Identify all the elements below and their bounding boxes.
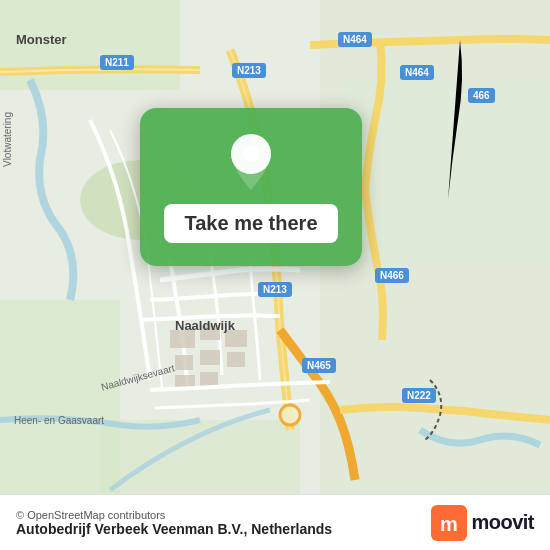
- svg-rect-14: [200, 372, 218, 386]
- svg-rect-12: [227, 352, 245, 367]
- road-label-n213a: N213: [232, 63, 266, 78]
- bottom-left-info: © OpenStreetMap contributors Autobedrijf…: [16, 509, 332, 537]
- svg-point-17: [243, 146, 259, 162]
- bottom-bar: © OpenStreetMap contributors Autobedrijf…: [0, 494, 550, 550]
- osm-credit: © OpenStreetMap contributors: [16, 509, 332, 521]
- road-label-n464a: N464: [338, 32, 372, 47]
- moovit-logo-icon: m: [431, 505, 467, 541]
- road-label-n464b: N464: [400, 65, 434, 80]
- road-label-n213b: N213: [258, 282, 292, 297]
- city-label-naaldwijk: Naaldwijk: [175, 318, 235, 333]
- location-pin-icon: [226, 132, 276, 192]
- road-label-n466b: N466: [375, 268, 409, 283]
- place-name: Autobedrijf Verbeek Veenman B.V., Nether…: [16, 521, 332, 537]
- road-label-n211: N211: [100, 55, 134, 70]
- svg-rect-11: [200, 350, 220, 365]
- svg-point-15: [280, 405, 300, 425]
- svg-rect-10: [175, 355, 193, 370]
- map-container: N211 N213 N213 N464 N464 466 N466 N465 N…: [0, 0, 550, 550]
- small-label-vlotwatering: Vlotwatering: [2, 112, 13, 167]
- small-label-heenen: Heen- en Gaasvaart: [14, 415, 104, 426]
- svg-text:m: m: [441, 513, 459, 535]
- take-me-there-button[interactable]: Take me there: [164, 204, 337, 243]
- moovit-logo: m moovit: [431, 505, 534, 541]
- road-label-n465: N465: [302, 358, 336, 373]
- popup-card: Take me there: [140, 108, 362, 266]
- moovit-logo-text: moovit: [471, 511, 534, 534]
- city-label-monster: Monster: [16, 32, 67, 47]
- road-label-n222: N222: [402, 388, 436, 403]
- road-label-466: 466: [468, 88, 495, 103]
